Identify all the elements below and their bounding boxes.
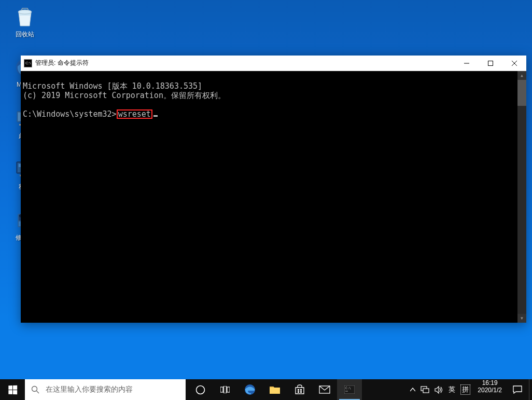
cmd-output-line: (c) 2019 Microsoft Corporation。保留所有权利。 [23,91,524,100]
svg-point-21 [32,387,37,392]
tray-overflow-button[interactable] [410,388,415,392]
svg-rect-31 [300,391,302,393]
action-center-button[interactable] [506,379,529,400]
scroll-down-button[interactable]: ▼ [517,314,526,323]
taskbar-clock[interactable]: 16:19 2020/1/2 [473,379,506,400]
cmd-taskbar-icon: C:\ [344,385,355,394]
store-icon [295,384,305,395]
search-box[interactable]: 在这里输入你要搜索的内容 [25,379,186,400]
ime-language[interactable]: 英 [449,385,455,394]
volume-icon [435,386,443,394]
search-placeholder: 在这里输入你要搜索的内容 [46,385,133,394]
search-icon [31,385,39,394]
start-button[interactable] [0,379,25,400]
task-view-icon [220,386,230,393]
window-title: 管理员: 命令提示符 [35,59,455,67]
cortana-button[interactable] [188,379,213,400]
chevron-up-icon [410,388,415,392]
system-tray: 英 拼 [407,379,473,400]
svg-line-22 [37,391,39,394]
svg-rect-37 [423,389,429,393]
windows-logo-icon [8,385,17,394]
svg-rect-29 [300,389,302,391]
svg-rect-26 [227,387,230,392]
cmd-scrollbar[interactable]: ▲ ▼ [517,71,526,323]
taskbar: 在这里输入你要搜索的内容 [0,379,532,400]
svg-rect-24 [220,387,223,392]
clock-time: 16:19 [478,379,502,387]
taskbar-edge-button[interactable] [237,379,262,400]
cmd-output-line: Microsoft Windows [版本 10.0.18363.535] [23,81,524,91]
mail-icon [319,385,330,394]
titlebar[interactable]: C:\ 管理员: 命令提示符 [21,56,526,71]
svg-rect-25 [224,386,227,393]
taskbar-cmd-button[interactable]: C:\ [337,379,362,400]
cmd-command: wsreset [118,109,151,119]
cortana-icon [195,385,205,395]
scroll-thumb[interactable] [517,80,526,106]
svg-rect-28 [298,389,299,391]
desktop-icon-recycle-bin[interactable]: 回收站 [6,4,44,39]
svg-rect-18 [488,61,493,65]
taskbar-store-button[interactable] [287,379,312,400]
folder-icon [269,385,281,394]
cmd-cursor [153,115,158,117]
network-icon [421,386,429,394]
svg-point-0 [18,10,32,14]
edge-icon [244,383,256,396]
close-button[interactable] [502,56,526,71]
cmd-window: C:\ 管理员: 命令提示符 Microsoft Windows [版本 10.… [21,56,526,323]
svg-point-23 [196,385,204,394]
tray-network-button[interactable] [421,386,429,394]
tray-volume-button[interactable] [435,386,443,394]
clock-date: 2020/1/2 [478,387,502,394]
task-view-button[interactable] [213,379,237,400]
svg-rect-30 [298,391,299,393]
maximize-button[interactable] [479,56,502,71]
notification-icon [513,385,522,394]
cmd-command-highlight: wsreset [117,109,152,119]
cmd-icon: C:\ [24,59,32,67]
taskbar-mail-button[interactable] [312,379,337,400]
recycle-bin-icon [12,4,37,29]
taskbar-explorer-button[interactable] [262,379,287,400]
cmd-body[interactable]: Microsoft Windows [版本 10.0.18363.535](c)… [21,71,526,323]
minimize-button[interactable] [455,56,479,71]
cmd-prompt: C:\Windows\system32> [23,109,117,119]
ime-mode[interactable]: 拼 [460,384,470,395]
svg-text:C:\: C:\ [345,386,351,390]
desktop-icon-label: 回收站 [6,30,44,39]
show-desktop-button[interactable] [529,379,532,400]
scroll-up-button[interactable]: ▲ [517,71,526,80]
cmd-prompt-line: C:\Windows\system32>wsreset [23,109,524,119]
